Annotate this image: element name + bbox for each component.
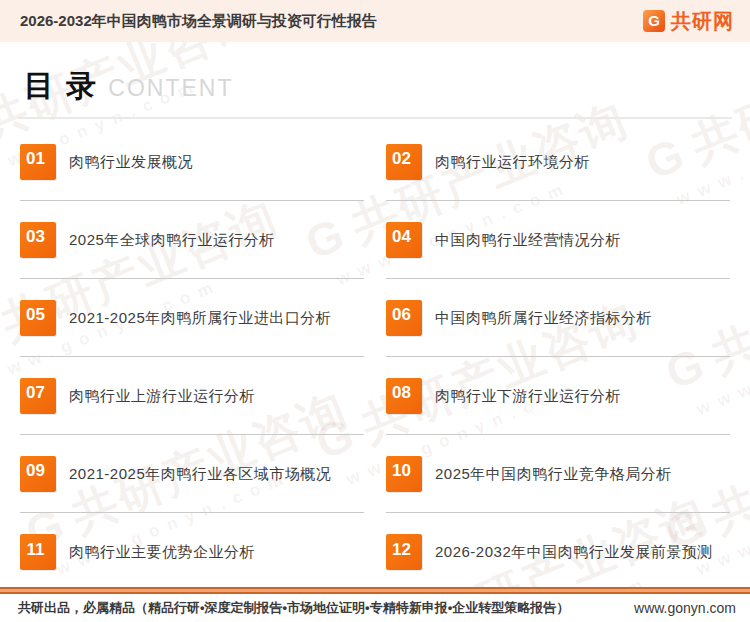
toc-entry-label: 肉鸭行业运行环境分析 [435, 151, 590, 173]
footer-website-link[interactable]: www.gonyn.com [634, 600, 736, 616]
toc-entry-12[interactable]: 12 2026-2032年中国肉鸭行业发展前景预测 [386, 513, 730, 591]
toc-number-badge: 07 [20, 378, 56, 414]
toc-entry-label: 中国肉鸭行业经营情况分析 [435, 229, 621, 251]
toc-number-badge: 09 [20, 456, 56, 492]
toc-content: 目 录 CONTENT 01 肉鸭行业发展概况 02 肉鸭行业运行环境分析 03… [0, 42, 750, 591]
toc-heading: 目 录 CONTENT [18, 42, 732, 119]
toc-number-badge: 01 [20, 144, 56, 180]
toc-entry-03[interactable]: 03 2025年全球肉鸭行业运行分析 [20, 201, 364, 279]
toc-number-badge: 11 [20, 534, 56, 570]
toc-entry-label: 2021-2025年肉鸭所属行业进出口分析 [69, 307, 331, 329]
footer-slogan: 共研出品，必属精品（精品行研•深度定制报告•市场地位证明•专精特新申报•企业转型… [18, 599, 569, 617]
logo-text: 共研网 [671, 8, 734, 35]
toc-number-badge: 10 [386, 456, 422, 492]
toc-entry-10[interactable]: 10 2025年中国肉鸭行业竞争格局分析 [386, 435, 730, 513]
logo-g-icon: G [643, 10, 665, 32]
toc-entry-08[interactable]: 08 肉鸭行业下游行业运行分析 [386, 357, 730, 435]
footer-bar: 共研出品，必属精品（精品行研•深度定制报告•市场地位证明•专精特新申报•企业转型… [0, 594, 750, 622]
toc-number-badge: 05 [20, 300, 56, 336]
toc-entry-label: 2025年全球肉鸭行业运行分析 [69, 229, 275, 251]
toc-entry-11[interactable]: 11 肉鸭行业主要优势企业分析 [20, 513, 364, 591]
toc-entry-label: 肉鸭行业下游行业运行分析 [435, 385, 621, 407]
toc-number-badge: 06 [386, 300, 422, 336]
toc-heading-en: CONTENT [108, 75, 233, 102]
toc-entry-label: 肉鸭行业主要优势企业分析 [69, 541, 255, 563]
toc-entry-label: 肉鸭行业发展概况 [69, 151, 193, 173]
toc-entry-07[interactable]: 07 肉鸭行业上游行业运行分析 [20, 357, 364, 435]
toc-number-badge: 04 [386, 222, 422, 258]
report-title: 2026-2032年中国肉鸭市场全景调研与投资可行性报告 [20, 12, 377, 31]
toc-number-badge: 02 [386, 144, 422, 180]
site-logo[interactable]: G 共研网 [643, 8, 734, 35]
toc-entry-label: 肉鸭行业上游行业运行分析 [69, 385, 255, 407]
toc-entry-05[interactable]: 05 2021-2025年肉鸭所属行业进出口分析 [20, 279, 364, 357]
report-toc-page: G共研产业咨询 www.gonyn.com G共研产业咨询 www.gonyn.… [0, 0, 750, 622]
toc-number-badge: 08 [386, 378, 422, 414]
toc-entry-09[interactable]: 09 2021-2025年肉鸭行业各区域市场概况 [20, 435, 364, 513]
toc-heading-cn: 目 录 [24, 66, 98, 107]
toc-entry-label: 2026-2032年中国肉鸭行业发展前景预测 [435, 541, 713, 563]
header-bar: 2026-2032年中国肉鸭市场全景调研与投资可行性报告 G 共研网 [0, 0, 750, 42]
toc-entry-02[interactable]: 02 肉鸭行业运行环境分析 [386, 123, 730, 201]
toc-entry-label: 中国肉鸭所属行业经济指标分析 [435, 307, 652, 329]
toc-number-badge: 12 [386, 534, 422, 570]
toc-entry-label: 2025年中国肉鸭行业竞争格局分析 [435, 463, 672, 485]
toc-entry-04[interactable]: 04 中国肉鸭行业经营情况分析 [386, 201, 730, 279]
footer-divider-band [0, 587, 750, 594]
toc-entry-01[interactable]: 01 肉鸭行业发展概况 [20, 123, 364, 201]
toc-entry-label: 2021-2025年肉鸭行业各区域市场概况 [69, 463, 331, 485]
toc-grid: 01 肉鸭行业发展概况 02 肉鸭行业运行环境分析 03 2025年全球肉鸭行业… [18, 123, 732, 591]
toc-number-badge: 03 [20, 222, 56, 258]
toc-entry-06[interactable]: 06 中国肉鸭所属行业经济指标分析 [386, 279, 730, 357]
